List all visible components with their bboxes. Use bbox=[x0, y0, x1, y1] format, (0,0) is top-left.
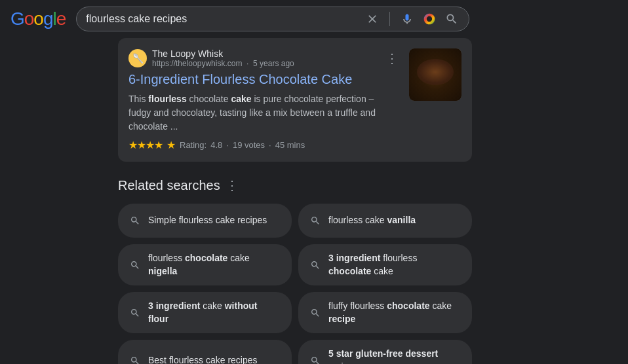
search-icon bbox=[130, 260, 140, 270]
source-url: https://theloopywhisk.com · 5 years ago bbox=[152, 59, 294, 68]
result-description: This flourless chocolate cake is pure ch… bbox=[128, 92, 399, 134]
related-text-8: 5 star gluten-free dessert recipes bbox=[328, 348, 460, 364]
search-button[interactable] bbox=[444, 11, 460, 27]
rating-votes: 19 votes bbox=[233, 140, 265, 150]
lens-icon bbox=[423, 12, 436, 26]
search-input[interactable] bbox=[86, 13, 359, 25]
related-item-4[interactable]: 3 ingredient flourless chocolate cake bbox=[298, 244, 472, 285]
related-item-3[interactable]: flourless chocolate cake nigella bbox=[118, 244, 292, 285]
result-image bbox=[409, 48, 461, 101]
source-favicon: 🥄 bbox=[128, 49, 147, 67]
main-content: 🥄 The Loopy Whisk https://theloopywhisk.… bbox=[0, 38, 590, 364]
rating-value: 4.8 bbox=[210, 140, 222, 150]
clear-button[interactable] bbox=[364, 11, 380, 27]
rating-time: 45 mins bbox=[275, 140, 305, 150]
svg-point-1 bbox=[427, 16, 432, 22]
search-icon bbox=[310, 215, 321, 226]
related-text-1: Simple flourless cake recipes bbox=[148, 214, 267, 227]
voice-search-button[interactable] bbox=[399, 11, 415, 27]
more-options-button[interactable]: ⋮ bbox=[385, 50, 399, 66]
related-item-5[interactable]: 3 ingredient cake without flour bbox=[118, 292, 292, 333]
result-content: 🥄 The Loopy Whisk https://theloopywhisk.… bbox=[128, 48, 399, 151]
clear-icon bbox=[366, 12, 379, 26]
rating-label: Rating: bbox=[180, 140, 206, 150]
related-item-1[interactable]: Simple flourless cake recipes bbox=[118, 204, 292, 238]
source-name: The Loopy Whisk bbox=[152, 48, 294, 59]
related-title-row: Related searches ⋮ bbox=[118, 177, 472, 193]
related-item-8[interactable]: 5 star gluten-free dessert recipes bbox=[298, 340, 472, 364]
half-star: ★ bbox=[167, 139, 176, 151]
microphone-icon bbox=[401, 12, 414, 26]
search-icon bbox=[130, 215, 140, 226]
star-rating: ★★★★ bbox=[128, 139, 163, 151]
search-icon bbox=[310, 260, 321, 270]
related-text-4: 3 ingredient flourless chocolate cake bbox=[328, 252, 460, 278]
related-text-3: flourless chocolate cake nigella bbox=[148, 252, 280, 278]
search-icon bbox=[310, 355, 321, 364]
lens-button[interactable] bbox=[422, 11, 437, 27]
source-info: The Loopy Whisk https://theloopywhisk.co… bbox=[152, 48, 294, 68]
related-item-6[interactable]: fluffy flourless chocolate cake recipe bbox=[298, 292, 472, 333]
result-card: 🥄 The Loopy Whisk https://theloopywhisk.… bbox=[118, 38, 472, 162]
result-title[interactable]: 6-Ingredient Flourless Chocolate Cake bbox=[128, 72, 399, 87]
related-text-5: 3 ingredient cake without flour bbox=[148, 300, 280, 325]
search-submit-icon bbox=[445, 12, 458, 26]
related-text-7: Best flourless cake recipes bbox=[148, 354, 258, 364]
header: Google bbox=[0, 0, 628, 38]
related-searches-section: Related searches ⋮ Simple flourless cake… bbox=[118, 177, 472, 364]
divider bbox=[389, 12, 390, 26]
result-meta: ★★★★ ★ Rating: 4.8 · 19 votes · 45 mins bbox=[128, 139, 399, 151]
cake-thumbnail bbox=[409, 48, 461, 101]
google-logo: Google bbox=[10, 9, 66, 29]
rating-separator2: · bbox=[269, 140, 271, 150]
search-icon bbox=[130, 355, 140, 364]
related-searches-title: Related searches bbox=[118, 178, 220, 193]
search-icons bbox=[364, 11, 460, 27]
related-text-2: flourless cake vanilla bbox=[328, 214, 416, 227]
search-icon bbox=[310, 308, 321, 318]
rating-separator1: · bbox=[226, 140, 229, 150]
related-item-7[interactable]: Best flourless cake recipes bbox=[118, 340, 292, 364]
related-grid: Simple flourless cake recipes flourless … bbox=[118, 204, 472, 364]
related-more-options[interactable]: ⋮ bbox=[226, 177, 239, 193]
search-icon bbox=[130, 308, 140, 318]
related-item-2[interactable]: flourless cake vanilla bbox=[298, 204, 472, 238]
source-row: 🥄 The Loopy Whisk https://theloopywhisk.… bbox=[128, 48, 399, 68]
related-text-6: fluffy flourless chocolate cake recipe bbox=[328, 300, 460, 325]
search-bar bbox=[76, 7, 469, 31]
